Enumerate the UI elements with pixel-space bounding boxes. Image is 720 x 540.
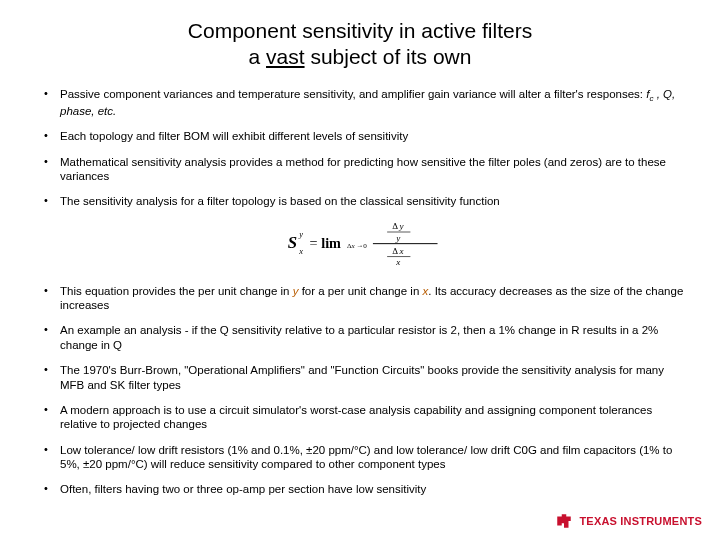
list-item: This equation provides the per unit chan… bbox=[36, 284, 684, 313]
eq-den: Δ bbox=[392, 246, 398, 256]
equation-svg: S y x = lim Δ x →0 Δ y y Δ x x bbox=[276, 220, 444, 266]
bullet-text: A modern approach is to use a circuit si… bbox=[60, 404, 652, 430]
eq-limsub: x bbox=[351, 241, 356, 249]
bullet-text: for a per unit change in bbox=[298, 285, 422, 297]
bullet-text: Low tolerance/ low drift resistors (1% a… bbox=[60, 444, 672, 470]
eq-num: y bbox=[395, 233, 401, 243]
bullet-text: Passive component variances and temperat… bbox=[60, 88, 646, 100]
eq-den: x bbox=[395, 257, 400, 266]
list-item: The sensitivity analysis for a filter to… bbox=[36, 194, 684, 208]
eq-sup: y bbox=[298, 230, 303, 239]
title-line1: Component sensitivity in active filters bbox=[188, 19, 532, 42]
slide: Component sensitivity in active filters … bbox=[0, 0, 720, 540]
eq-limsub: →0 bbox=[356, 241, 367, 249]
list-item: Low tolerance/ low drift resistors (1% a… bbox=[36, 443, 684, 472]
slide-title: Component sensitivity in active filters … bbox=[28, 18, 692, 71]
eq-S: S bbox=[288, 232, 297, 251]
title-line2-post: subject of its own bbox=[305, 45, 472, 68]
list-item: Mathematical sensitivity analysis provid… bbox=[36, 155, 684, 184]
bullet-text: Each topology and filter BOM will exhibi… bbox=[60, 130, 408, 142]
list-item: The 1970's Burr-Brown, "Operational Ampl… bbox=[36, 363, 684, 392]
list-item: Each topology and filter BOM will exhibi… bbox=[36, 129, 684, 143]
equation-image: S y x = lim Δ x →0 Δ y y Δ x x bbox=[270, 216, 450, 274]
bullet-text: This equation provides the per unit chan… bbox=[60, 285, 293, 297]
eq-lim: lim bbox=[321, 234, 341, 250]
eq-num: y bbox=[398, 221, 404, 231]
bullet-text: Often, filters having two or three op-am… bbox=[60, 483, 426, 495]
list-item: Passive component variances and temperat… bbox=[36, 87, 684, 119]
footer-brand: TEXAS INSTRUMENTS bbox=[555, 512, 702, 530]
list-item: Often, filters having two or three op-am… bbox=[36, 482, 684, 496]
bullet-text: The sensitivity analysis for a filter to… bbox=[60, 195, 500, 207]
bullet-text: The 1970's Burr-Brown, "Operational Ampl… bbox=[60, 364, 664, 390]
eq-num: Δ bbox=[392, 221, 398, 231]
eq-equals: = bbox=[310, 234, 318, 250]
ti-logo-icon bbox=[555, 512, 573, 530]
eq-sub: x bbox=[298, 247, 303, 256]
title-line2-underlined: vast bbox=[266, 45, 305, 68]
list-item: A modern approach is to use a circuit si… bbox=[36, 403, 684, 432]
title-line2-pre: a bbox=[249, 45, 267, 68]
list-item: An example an analysis - if the Q sensit… bbox=[36, 323, 684, 352]
bullet-text: An example an analysis - if the Q sensit… bbox=[60, 324, 658, 350]
bullet-list: This equation provides the per unit chan… bbox=[28, 284, 692, 497]
bullet-text: Mathematical sensitivity analysis provid… bbox=[60, 156, 666, 182]
bullet-list: Passive component variances and temperat… bbox=[28, 87, 692, 209]
equation: S y x = lim Δ x →0 Δ y y Δ x x bbox=[28, 216, 692, 274]
brand-label: TEXAS INSTRUMENTS bbox=[579, 515, 702, 527]
eq-den: x bbox=[398, 246, 403, 256]
